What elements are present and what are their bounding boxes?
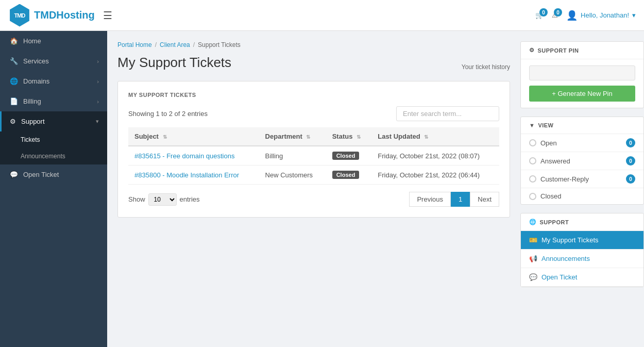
nav-label-0: My Support Tickets — [541, 236, 599, 244]
tickets-label: Tickets — [21, 136, 40, 143]
support-nav-my-support-tickets[interactable]: 🎫 My Support Tickets — [521, 231, 643, 250]
nav-icon-0: 🎫 — [529, 236, 537, 244]
sort-status-icon[interactable]: ⇅ — [357, 134, 361, 140]
user-menu[interactable]: 👤 Hello, Jonathan! ▾ — [566, 10, 636, 21]
page-1-button[interactable]: 1 — [451, 192, 470, 207]
nav-label-2: Open Ticket — [541, 273, 577, 281]
support-nav-open-ticket[interactable]: 💬 Open Ticket — [521, 268, 643, 287]
pagination: Previous 1 Next — [409, 192, 499, 207]
radio-2 — [529, 175, 536, 183]
page-title: My Support Tickets — [117, 55, 231, 71]
view-count-1: 0 — [626, 156, 635, 166]
sidebar-sub-tickets[interactable]: Tickets — [0, 131, 107, 148]
logo-hex: TMD — [8, 4, 31, 27]
cart-button[interactable]: 🛒 0 — [535, 11, 544, 19]
sidebar-item-services[interactable]: 🔧 Services › — [0, 51, 107, 71]
nav-label-1: Announcements — [541, 255, 590, 262]
main-layout: 🏠 Home 🔧 Services › 🌐 Domains › 📄 Billin… — [0, 31, 644, 347]
support-arrow: ▾ — [96, 118, 99, 125]
table-controls-top: Showing 1 to 2 of 2 entries — [128, 106, 499, 121]
open-ticket-icon: 💬 — [10, 171, 18, 178]
ticket-updated-1: Friday, October 21st, 2022 (06:44) — [371, 166, 499, 185]
breadcrumb-client-area[interactable]: Client Area — [160, 41, 190, 48]
sidebar: 🏠 Home 🔧 Services › 🌐 Domains › 📄 Billin… — [0, 31, 107, 347]
sidebar-open-ticket-label: Open Ticket — [23, 171, 59, 178]
logo-text: TMDHosting — [34, 9, 95, 21]
header: TMD TMDHosting ☰ 🛒 0 ⚠ 0 👤 Hello, Jonath… — [0, 0, 644, 31]
search-input[interactable] — [396, 106, 499, 121]
sidebar-label-billing: Billing — [23, 97, 41, 105]
view-label-3: Closed — [540, 192, 561, 200]
filter-icon: ▼ — [529, 122, 535, 128]
sidebar-label-domains: Domains — [23, 77, 49, 85]
status-badge-1: Closed — [332, 171, 360, 179]
domains-icon: 🌐 — [10, 77, 18, 85]
view-item-answered[interactable]: Answered 0 — [521, 152, 643, 170]
sort-subject-icon[interactable]: ⇅ — [163, 134, 167, 140]
content-area: Portal Home / Client Area / Support Tick… — [107, 31, 520, 347]
status-badge-0: Closed — [332, 152, 360, 160]
right-sidebar: ⚙ SUPPORT PIN + Generate New Pin ▼ VIEW … — [520, 31, 644, 347]
breadcrumb: Portal Home / Client Area / Support Tick… — [117, 41, 510, 48]
showing-text: Showing 1 to 2 of 2 entries — [128, 110, 208, 118]
tickets-card: MY SUPPORT TICKETS Showing 1 to 2 of 2 e… — [117, 81, 510, 218]
breadcrumb-current: Support Tickets — [198, 41, 241, 48]
sidebar-item-billing[interactable]: 📄 Billing › — [0, 91, 107, 111]
ticket-link-0[interactable]: #835615 - Free domain questions — [134, 152, 234, 160]
next-button[interactable]: Next — [470, 192, 499, 207]
view-items: Open 0 Answered 0 Customer-Reply 0 Close… — [521, 134, 643, 204]
radio-3 — [529, 193, 536, 200]
sidebar-item-home[interactable]: 🏠 Home — [0, 31, 107, 51]
view-card: ▼ VIEW Open 0 Answered 0 Customer-Reply … — [520, 117, 644, 205]
user-greeting: Hello, Jonathan! — [581, 11, 629, 19]
billing-arrow: › — [97, 98, 99, 105]
sidebar-item-domains[interactable]: 🌐 Domains › — [0, 71, 107, 91]
support-pin-input[interactable] — [529, 65, 635, 80]
view-item-customer-reply[interactable]: Customer-Reply 0 — [521, 170, 643, 188]
support-card: 🌐 SUPPORT 🎫 My Support Tickets 📢 Announc… — [520, 213, 644, 287]
sort-department-icon[interactable]: ⇅ — [306, 134, 310, 140]
radio-1 — [529, 157, 536, 164]
table-header-row: Subject ⇅ Department ⇅ Status ⇅ Last U — [128, 127, 499, 146]
ticket-link-1[interactable]: #835800 - Moodle Installation Error — [134, 171, 239, 179]
entries-select: Show 10 25 50 100 entries — [128, 193, 200, 206]
domains-arrow: › — [97, 78, 99, 85]
support-pin-header: ⚙ SUPPORT PIN — [521, 42, 643, 59]
ticket-updated-0: Friday, October 21st, 2022 (08:07) — [371, 146, 499, 166]
support-pin-card: ⚙ SUPPORT PIN + Generate New Pin — [520, 41, 644, 108]
logo: TMD TMDHosting — [8, 4, 95, 27]
col-status: Status ⇅ — [326, 127, 372, 146]
alert-button[interactable]: ⚠ 0 — [552, 11, 558, 19]
sidebar-sub-announcements[interactable]: Announcements — [0, 148, 107, 164]
billing-icon: 📄 — [10, 97, 18, 105]
hamburger-menu[interactable]: ☰ — [103, 9, 112, 22]
support-header: 🌐 SUPPORT — [521, 213, 643, 231]
sidebar-item-open-ticket[interactable]: 💬 Open Ticket — [0, 164, 107, 185]
col-department: Department ⇅ — [259, 127, 326, 146]
prev-button[interactable]: Previous — [409, 192, 451, 207]
tickets-table: Subject ⇅ Department ⇅ Status ⇅ Last U — [128, 127, 499, 185]
support-nav-announcements[interactable]: 📢 Announcements — [521, 250, 643, 268]
header-right: 🛒 0 ⚠ 0 👤 Hello, Jonathan! ▾ — [535, 10, 636, 21]
col-subject: Subject ⇅ — [128, 127, 259, 146]
header-left: TMD TMDHosting ☰ — [8, 4, 112, 27]
view-count-2: 0 — [626, 174, 635, 184]
tickets-card-title: MY SUPPORT TICKETS — [128, 92, 499, 98]
services-icon: 🔧 — [10, 57, 18, 65]
support-icon: ⚙ — [10, 118, 16, 125]
nav-icon-1: 📢 — [529, 255, 537, 262]
view-item-open[interactable]: Open 0 — [521, 134, 643, 152]
entries-select-input[interactable]: 10 25 50 100 — [148, 193, 177, 206]
generate-pin-button[interactable]: + Generate New Pin — [529, 86, 635, 102]
table-controls-bottom: Show 10 25 50 100 entries Previous 1 Nex… — [128, 192, 499, 207]
page-header: My Support Tickets Your ticket history — [117, 55, 510, 71]
view-item-closed[interactable]: Closed — [521, 188, 643, 204]
col-last-updated: Last Updated ⇅ — [371, 127, 499, 146]
home-icon: 🏠 — [10, 37, 18, 45]
breadcrumb-portal-home[interactable]: Portal Home — [117, 41, 152, 48]
view-label-1: Answered — [540, 157, 570, 165]
sidebar-item-support[interactable]: ⚙ Support ▾ — [0, 111, 107, 131]
sort-last-updated-icon[interactable]: ⇅ — [424, 134, 428, 140]
view-header: ▼ VIEW — [521, 117, 643, 134]
support-pin-body: + Generate New Pin — [521, 59, 643, 108]
